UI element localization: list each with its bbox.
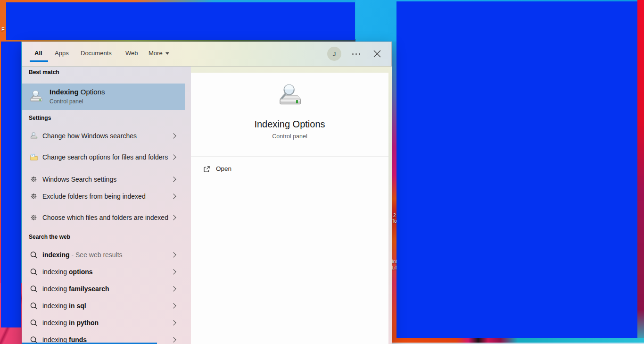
more-options-icon[interactable] <box>352 53 360 55</box>
indexing-options-icon <box>29 90 43 106</box>
section-settings: Settings <box>29 115 51 121</box>
web-suggestion[interactable]: indexing options <box>22 263 185 280</box>
avatar[interactable]: J <box>327 47 341 61</box>
desktop-icon-label: Lif <box>392 265 397 271</box>
best-match-title-rest: Options <box>79 88 105 96</box>
section-best-match: Best match <box>29 69 59 76</box>
search-filter-bar: All Apps Documents Web More J <box>22 42 391 67</box>
redaction-rect-top <box>6 2 355 40</box>
web-suggestion-text: indexing options <box>42 263 171 280</box>
chevron-right-icon <box>171 269 176 274</box>
preview-title: Indexing Options <box>191 119 388 130</box>
best-match-result[interactable]: Indexing Options Control panel <box>22 84 185 110</box>
chevron-right-icon <box>171 176 176 182</box>
setting-change-search-options[interactable]: Change search options for files and fold… <box>22 144 185 170</box>
setting-choose-files-folders[interactable]: Choose which files and folders are index… <box>22 205 185 230</box>
chevron-right-icon <box>171 286 176 291</box>
chevron-right-icon <box>171 320 176 325</box>
tab-all[interactable]: All <box>34 50 42 57</box>
search-icon <box>30 285 38 293</box>
tab-documents[interactable]: Documents <box>81 50 112 57</box>
web-suggestion[interactable]: indexing in python <box>22 314 185 331</box>
web-suggestion[interactable]: indexing funds <box>22 331 185 344</box>
chevron-right-icon <box>171 215 176 220</box>
tab-web[interactable]: Web <box>125 50 138 57</box>
divider <box>191 156 388 157</box>
search-icon <box>30 268 38 276</box>
desktop: F 2 To Int Lif All Apps Documents Web Mo… <box>0 0 644 344</box>
active-tab-underline <box>30 60 48 62</box>
chevron-right-icon <box>171 133 176 138</box>
indexing-options-icon-large <box>277 83 302 110</box>
chevron-right-icon <box>171 303 176 308</box>
tab-more[interactable]: More <box>149 50 169 57</box>
preview-pane: Indexing Options Control panel Open <box>191 73 388 344</box>
desktop-icon-label: 2 <box>393 213 396 218</box>
open-external-icon <box>203 166 210 175</box>
close-icon[interactable] <box>373 50 381 58</box>
redaction-rect-right <box>396 1 637 338</box>
setting-windows-search-settings[interactable]: Windows Search settings <box>22 171 185 188</box>
chevron-right-icon <box>171 337 176 342</box>
best-match-text: Indexing Options Control panel <box>50 84 185 105</box>
web-suggestion-text: indexing in python <box>42 314 171 331</box>
web-suggestion-text: indexing familysearch <box>42 280 171 297</box>
windows-search-flyout: All Apps Documents Web More J Best match <box>22 42 392 344</box>
indexing-options-mini-icon <box>30 132 38 140</box>
best-match-title-bold: Indexing <box>50 88 79 96</box>
setting-label: Exclude folders from being indexed <box>42 188 171 205</box>
chevron-right-icon <box>171 252 176 257</box>
search-icon <box>30 302 38 310</box>
section-search-the-web: Search the web <box>29 234 70 240</box>
web-suggestion-text: indexing in sql <box>42 297 171 314</box>
desktop-icon-label: F <box>1 26 5 32</box>
setting-label: Choose which files and folders are index… <box>42 205 171 230</box>
setting-change-how-windows-searches[interactable]: Change how Windows searches <box>22 127 185 144</box>
web-suggestion[interactable]: indexing in sql <box>22 297 185 314</box>
gear-icon <box>30 176 38 184</box>
setting-label: Change search options for files and fold… <box>42 144 171 170</box>
open-label: Open <box>216 165 231 172</box>
chevron-right-icon <box>171 154 176 159</box>
tab-apps[interactable]: Apps <box>55 50 69 57</box>
web-suggestion-text: indexing funds <box>42 331 171 344</box>
chevron-right-icon <box>171 193 176 199</box>
gear-icon <box>30 193 38 201</box>
setting-label: Windows Search settings <box>42 171 171 188</box>
tab-more-label: More <box>149 50 163 57</box>
web-suggestion[interactable]: indexing familysearch <box>22 280 185 297</box>
folder-options-icon <box>30 153 38 161</box>
redaction-rect-left <box>1 42 21 327</box>
web-suggestion[interactable]: indexing - See web results <box>22 246 185 263</box>
gear-icon <box>30 214 38 222</box>
setting-label: Change how Windows searches <box>42 127 171 144</box>
wallpaper-far-right-strip <box>637 0 644 344</box>
preview-subtitle: Control panel <box>191 133 388 140</box>
search-icon <box>30 251 38 259</box>
preview-pane-backdrop: Indexing Options Control panel Open <box>191 67 392 344</box>
web-suggestion-text: indexing - See web results <box>42 246 171 263</box>
chevron-down-icon <box>165 52 169 55</box>
best-match-type: Control panel <box>50 98 185 105</box>
setting-exclude-folders[interactable]: Exclude folders from being indexed <box>22 188 185 205</box>
open-action[interactable]: Open <box>191 161 388 178</box>
search-icon <box>30 319 38 327</box>
desktop-icon-label: To <box>392 218 397 224</box>
